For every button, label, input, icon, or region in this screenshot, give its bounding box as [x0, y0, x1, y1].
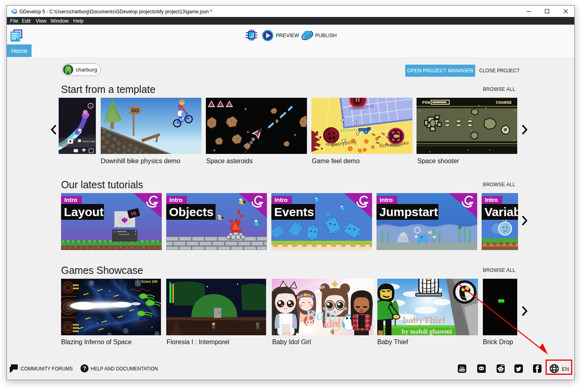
- svg-text:Intro: Intro: [485, 197, 498, 203]
- svg-text:POW: POW: [422, 100, 430, 105]
- svg-text:Events: Events: [274, 205, 314, 219]
- svg-text:Intro: Intro: [169, 197, 182, 203]
- svg-text:by mahdi ghasemi: by mahdi ghasemi: [402, 328, 452, 335]
- svg-text:Tube: Tube: [459, 369, 465, 371]
- svg-text:babyThief: babyThief: [403, 315, 446, 325]
- svg-text:?: ?: [83, 365, 87, 372]
- svg-text:Intro: Intro: [380, 197, 393, 203]
- svg-text:You: You: [460, 366, 464, 368]
- svg-text:CHANGE: CHANGE: [496, 100, 512, 105]
- svg-text:idol: idol: [322, 316, 341, 330]
- svg-text:Objects: Objects: [169, 205, 214, 219]
- svg-text:Score 100: Score 100: [141, 280, 157, 284]
- svg-text:Variables: Variables: [484, 205, 518, 219]
- svg-text:Show FraMe: Show FraMe: [82, 140, 95, 143]
- svg-text:Layout: Layout: [64, 205, 104, 219]
- svg-text:Intro: Intro: [64, 197, 77, 203]
- svg-text:Intro: Intro: [275, 197, 288, 203]
- svg-text:Jumpstart: Jumpstart: [379, 205, 438, 219]
- svg-text:GO: GO: [131, 108, 139, 114]
